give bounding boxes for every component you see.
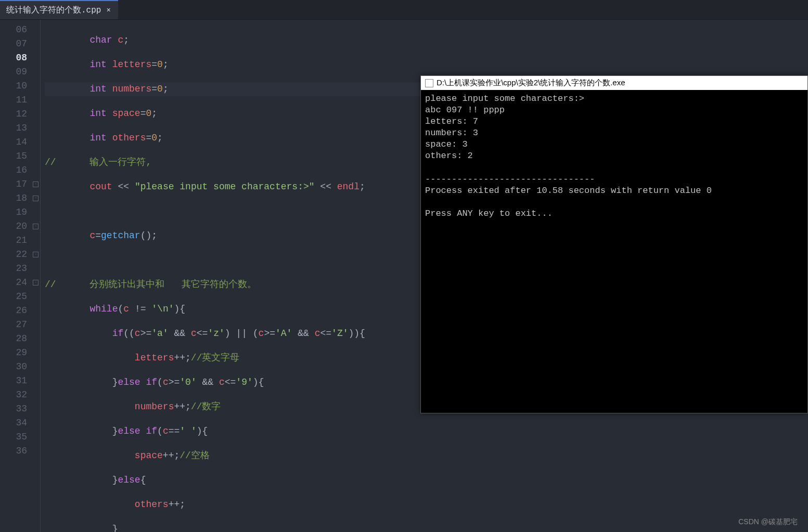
code-line: }else{	[45, 473, 808, 487]
line-number: 23	[0, 262, 29, 276]
line-number: 11	[0, 93, 29, 107]
line-number: 12	[0, 107, 29, 121]
line-number: 25	[0, 290, 29, 304]
fold-toggle-icon[interactable]: -	[31, 219, 40, 233]
line-number: 22	[0, 248, 29, 262]
line-number: 17	[0, 177, 29, 191]
file-tab[interactable]: 统计输入字符的个数.cpp ×	[0, 0, 118, 19]
code-line: }	[45, 522, 808, 532]
line-number: 28	[0, 332, 29, 346]
tab-bar: 统计输入字符的个数.cpp ×	[0, 0, 808, 20]
line-number: 14	[0, 135, 29, 149]
line-number: 10	[0, 79, 29, 93]
console-title-text: D:\上机课实验作业\cpp\实验2\统计输入字符的个数.exe	[437, 78, 625, 88]
fold-toggle-icon[interactable]: -	[31, 276, 40, 290]
line-number: 32	[0, 388, 29, 402]
line-number: 06	[0, 23, 29, 37]
line-number: 33	[0, 402, 29, 416]
line-number: 13	[0, 121, 29, 135]
line-number: 09	[0, 65, 29, 79]
watermark: CSDN @碳基肥宅	[738, 517, 798, 527]
code-line: others++;	[45, 498, 808, 512]
app-icon	[425, 79, 433, 87]
line-number: 16	[0, 163, 29, 177]
console-titlebar[interactable]: D:\上机课实验作业\cpp\实验2\统计输入字符的个数.exe	[421, 76, 807, 90]
close-icon[interactable]: ×	[105, 6, 111, 15]
line-number: 18	[0, 191, 29, 205]
line-number: 20	[0, 219, 29, 233]
line-number-gutter: 06 07 08 09 10 11 12 13 14 15 16 17 18 1…	[0, 20, 31, 532]
fold-toggle-icon[interactable]: -	[31, 177, 40, 191]
code-line: char c;	[45, 33, 808, 47]
line-number: 21	[0, 233, 29, 248]
line-number: 19	[0, 205, 29, 219]
line-number: 36	[0, 444, 29, 458]
line-number: 07	[0, 37, 29, 51]
line-number: 34	[0, 416, 29, 430]
line-number: 15	[0, 149, 29, 163]
fold-toggle-icon[interactable]: -	[31, 191, 40, 205]
tab-filename: 统计输入字符的个数.cpp	[6, 5, 101, 16]
fold-toggle-icon[interactable]: -	[31, 248, 40, 262]
code-line: }else if(c==' '){	[45, 424, 808, 438]
code-line: int letters=0;	[45, 58, 808, 72]
line-number: 27	[0, 318, 29, 332]
line-number: 26	[0, 304, 29, 318]
code-line: space++;//空格	[45, 449, 808, 463]
line-number: 24	[0, 276, 29, 290]
console-output: please input some characters:> abc 097 !…	[421, 90, 807, 223]
line-number: 08	[0, 51, 29, 65]
fold-gutter: - - - - -	[31, 20, 41, 532]
line-number: 29	[0, 346, 29, 360]
console-window[interactable]: D:\上机课实验作业\cpp\实验2\统计输入字符的个数.exe please …	[420, 75, 808, 413]
line-number: 30	[0, 360, 29, 374]
line-number: 35	[0, 430, 29, 444]
line-number: 31	[0, 374, 29, 388]
